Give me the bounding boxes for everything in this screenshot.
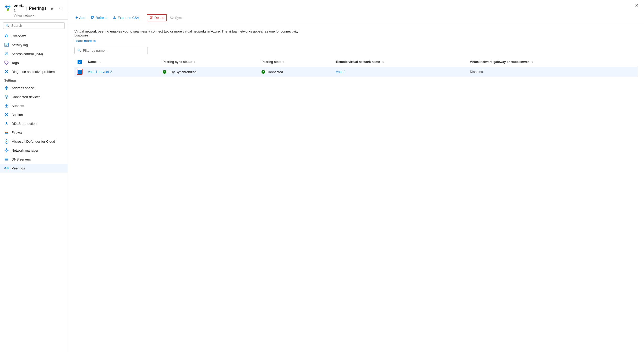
- svg-rect-35: [5, 158, 8, 158]
- favorite-button[interactable]: ★: [49, 6, 56, 12]
- main-content: ✕ + Add Refresh Export to CSV: [68, 0, 644, 352]
- svg-rect-16: [5, 87, 6, 88]
- col-gateway: Virtual network gateway or route server …: [467, 57, 638, 67]
- top-bar: ✕: [68, 0, 644, 11]
- sidebar-item-label: Overview: [12, 34, 26, 38]
- toolbar-separator: [144, 15, 144, 20]
- remote-vnet-link[interactable]: vnet-2: [336, 70, 346, 74]
- sync-label: Sync: [175, 16, 183, 20]
- filter-input[interactable]: [83, 49, 145, 52]
- content-area: Virtual network peering enables you to s…: [68, 24, 644, 352]
- bastion-icon: [4, 112, 9, 117]
- sidebar-item-address-space[interactable]: Address space: [0, 83, 68, 92]
- refresh-button[interactable]: Refresh: [88, 14, 110, 21]
- sidebar-item-network-manager[interactable]: Network manager: [0, 146, 68, 155]
- sync-status-text: Fully Synchronized: [168, 70, 197, 74]
- sidebar-item-access-control[interactable]: Access control (IAM): [0, 49, 68, 58]
- refresh-icon: [90, 15, 94, 20]
- app-container: vnet-1 | Peerings ★ ··· Virtual network …: [0, 0, 644, 352]
- sidebar-nav: Overview Activity log Access control (IA…: [0, 31, 68, 352]
- search-input[interactable]: [11, 24, 62, 28]
- sidebar-item-bastion[interactable]: Bastion: [0, 110, 68, 119]
- sidebar-item-subnets[interactable]: Subnets: [0, 101, 68, 110]
- row-sync-status-cell: Fully Synchronized: [160, 67, 259, 77]
- sidebar-item-label: DNS servers: [12, 157, 31, 161]
- resource-subtitle: Virtual network: [14, 14, 64, 17]
- sidebar-item-label: Access control (IAM): [12, 52, 43, 56]
- sort-sync-icon[interactable]: ↑↓: [194, 61, 197, 63]
- peering-state-badge: Connected: [261, 70, 283, 74]
- svg-point-38: [5, 168, 6, 169]
- row-peering-state-cell: Connected: [258, 67, 333, 77]
- sidebar-item-label: Network manager: [12, 148, 39, 152]
- add-button[interactable]: + Add: [73, 14, 87, 21]
- row-name-cell: vnet-1-to-vnet-2: [85, 67, 160, 77]
- sort-remote-icon[interactable]: ↑↓: [382, 61, 384, 63]
- row-checkbox-cell: ✓: [74, 67, 85, 77]
- svg-point-39: [7, 168, 9, 169]
- sidebar-item-overview[interactable]: Overview: [0, 31, 68, 40]
- refresh-label: Refresh: [95, 16, 107, 20]
- defender-icon: [4, 139, 9, 144]
- close-button[interactable]: ✕: [635, 3, 639, 8]
- sort-name-icon[interactable]: ↑↓: [98, 61, 101, 63]
- more-options-button[interactable]: ···: [58, 6, 64, 11]
- sidebar-item-defender[interactable]: Microsoft Defender for Cloud: [0, 137, 68, 146]
- learn-more-label: Learn more: [74, 39, 92, 43]
- export-button[interactable]: Export to CSV: [111, 14, 141, 21]
- search-box: 🔍: [3, 22, 65, 29]
- sort-state-icon[interactable]: ↑↓: [283, 61, 286, 63]
- delete-button[interactable]: Delete: [147, 14, 167, 21]
- row-name-link[interactable]: vnet-1-to-vnet-2: [88, 70, 112, 74]
- sync-status-badge: Fully Synchronized: [163, 70, 197, 74]
- title-separator: |: [26, 6, 27, 11]
- sidebar-item-firewall[interactable]: Firewall: [0, 128, 68, 137]
- subnets-icon: [4, 103, 9, 108]
- svg-rect-37: [5, 160, 8, 161]
- sidebar-item-tags[interactable]: Tags: [0, 58, 68, 67]
- delete-label: Delete: [154, 16, 164, 20]
- delete-icon: [149, 15, 153, 20]
- learn-more-link[interactable]: Learn more ⧉: [74, 39, 96, 43]
- sidebar-item-label: Activity log: [12, 43, 28, 47]
- svg-rect-6: [5, 36, 6, 37]
- sidebar-item-ddos[interactable]: DDoS protection: [0, 119, 68, 128]
- svg-point-12: [6, 52, 7, 54]
- sort-gateway-icon[interactable]: ↑↓: [531, 61, 533, 63]
- peerings-icon: [4, 166, 9, 170]
- sidebar-item-label: DDoS protection: [12, 122, 36, 126]
- resource-name: vnet-1: [14, 4, 24, 13]
- sidebar-item-label: Connected devices: [12, 95, 41, 99]
- row-remote-vnet-cell: vnet-2: [333, 67, 467, 77]
- svg-rect-36: [5, 159, 8, 160]
- sidebar: vnet-1 | Peerings ★ ··· Virtual network …: [0, 0, 68, 352]
- sidebar-item-label: Diagnose and solve problems: [12, 70, 56, 74]
- diagnose-icon: [4, 69, 9, 74]
- sync-status-icon: [163, 70, 166, 74]
- tags-icon: [4, 60, 9, 65]
- svg-rect-7: [7, 35, 8, 37]
- row-select-checkbox[interactable]: ✓: [78, 70, 82, 74]
- sidebar-item-peerings[interactable]: Peerings: [0, 164, 68, 173]
- export-icon: [113, 15, 116, 20]
- sidebar-item-dns-servers[interactable]: DNS servers: [0, 155, 68, 164]
- sidebar-item-label: Address space: [12, 86, 34, 90]
- sidebar-item-diagnose[interactable]: Diagnose and solve problems: [0, 67, 68, 76]
- sync-icon: [170, 15, 174, 20]
- peering-state-icon: [261, 70, 265, 74]
- select-all-checkbox[interactable]: ✓: [78, 60, 82, 64]
- activity-log-icon: [4, 42, 9, 47]
- sidebar-item-connected-devices[interactable]: Connected devices: [0, 92, 68, 101]
- sidebar-item-label: Firewall: [12, 131, 23, 135]
- svg-point-20: [6, 96, 7, 98]
- sidebar-item-activity-log[interactable]: Activity log: [0, 40, 68, 49]
- sync-button[interactable]: Sync: [168, 14, 185, 21]
- export-label: Export to CSV: [118, 16, 139, 20]
- dns-icon: [4, 157, 9, 162]
- add-label: Add: [79, 16, 85, 20]
- sidebar-item-label: Tags: [12, 61, 19, 65]
- svg-point-13: [6, 62, 6, 62]
- address-space-icon: [4, 86, 9, 90]
- filter-box: 🔍: [74, 47, 148, 54]
- vnet-resource-icon: [4, 4, 12, 13]
